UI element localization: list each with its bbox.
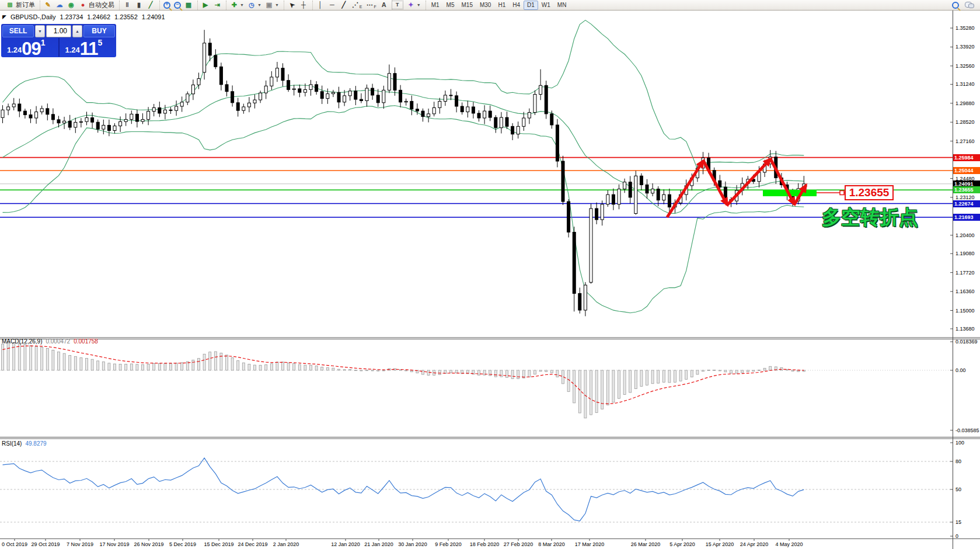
editor-icon-button[interactable]: ✎: [42, 1, 54, 9]
time-tick-label[interactable]: 26 Nov 2019: [134, 541, 163, 547]
time-tick-label[interactable]: 26 Mar 2020: [631, 541, 661, 547]
candle-body: [163, 110, 166, 113]
buy-button[interactable]: BUY: [83, 25, 115, 37]
tag-anchor-square[interactable]: [840, 191, 844, 195]
toolbar-group[interactable]: ▶⇥: [197, 1, 225, 10]
time-tick-label[interactable]: 2 Jan 2020: [273, 541, 299, 547]
macd-histogram-bar: [584, 370, 587, 418]
periods-button[interactable]: ◷▼: [246, 1, 263, 9]
time-tick-label[interactable]: 8 Mar 2020: [538, 541, 565, 547]
time-tick-label[interactable]: 29 Oct 2019: [31, 541, 60, 547]
time-tick-label[interactable]: 24 Apr 2020: [740, 541, 769, 547]
macd-histogram-bar: [662, 370, 665, 383]
time-tick-label[interactable]: 15 Dec 2019: [204, 541, 233, 547]
trend-arrow-segment[interactable]: [770, 159, 794, 204]
time-tick-label[interactable]: 17 Mar 2020: [575, 541, 605, 547]
time-tick-label[interactable]: 18 Feb 2020: [470, 541, 500, 547]
label-button[interactable]: T: [390, 1, 405, 9]
time-tick-label[interactable]: 0 Oct 2019: [2, 541, 27, 547]
toolbar-right[interactable]: [952, 2, 978, 9]
macd-histogram-bar: [242, 363, 245, 370]
timeframe-button-w1[interactable]: W1: [538, 1, 554, 10]
macd-signal-value: 0.001758: [74, 338, 98, 345]
time-tick-label[interactable]: 5 Dec 2019: [169, 541, 196, 547]
time-tick-label[interactable]: 21 Jan 2020: [364, 541, 393, 547]
chat-icon[interactable]: [965, 2, 974, 8]
timeframe-group[interactable]: M1M5M15M30H1H4D1W1MN: [426, 1, 572, 10]
crosshair-button[interactable]: ┼: [298, 1, 309, 9]
volume-increase-button[interactable]: ▲: [72, 25, 82, 37]
chevron-down-icon: ▼: [275, 3, 279, 7]
timeframe-button-h1[interactable]: H1: [494, 1, 509, 10]
candle-body: [657, 189, 660, 200]
time-tick-label[interactable]: 5 Apr 2020: [669, 541, 695, 547]
cursor-button[interactable]: ➤: [286, 1, 298, 9]
tile-windows-button[interactable]: ▦: [183, 1, 194, 9]
timeframe-button-m15[interactable]: M15: [458, 1, 476, 10]
trend-arrow-segment[interactable]: [667, 161, 703, 217]
trend-arrow-segment[interactable]: [727, 159, 770, 205]
toolbar-group[interactable]: │─╱⋰E⋯FAT✦▼: [312, 1, 424, 10]
candlestick-chart-button[interactable]: ▮: [133, 1, 145, 9]
autotrading-button[interactable]: ●自动交易: [77, 1, 116, 9]
volume-input[interactable]: 1.00: [46, 25, 71, 37]
time-tick-label[interactable]: 30 Jan 2020: [398, 541, 427, 547]
candle-body: [595, 209, 598, 220]
macd-tick-0.018369: 0.018369: [955, 339, 978, 345]
signal-icon-button[interactable]: ◉: [65, 1, 77, 9]
toolbar-group[interactable]: ⊞新订单: [2, 1, 39, 10]
toolbar-group[interactable]: ➤┼: [284, 1, 311, 10]
indicators-button[interactable]: ✚▼: [228, 1, 246, 9]
toolbar-group[interactable]: ✎☁◉●自动交易: [40, 1, 118, 10]
fibonacci-button[interactable]: ⋯F: [364, 1, 378, 9]
toolbar-group[interactable]: ‖▮╱: [119, 1, 158, 10]
toolbar-group[interactable]: +−▦: [159, 1, 196, 10]
toolbar-group[interactable]: ✚▼◷▼▣▼: [226, 1, 283, 10]
candle-body: [556, 125, 559, 161]
macd-histogram-bar: [763, 369, 766, 370]
timeframe-button-h4[interactable]: H4: [509, 1, 524, 10]
sell-button[interactable]: SELL: [2, 25, 34, 37]
trendline-button[interactable]: ╱: [338, 1, 350, 9]
candle-body: [489, 111, 491, 117]
timeframe-button-m5[interactable]: M5: [443, 1, 458, 10]
time-tick-label[interactable]: 24 Dec 2019: [238, 541, 267, 547]
timeframe-button-d1[interactable]: D1: [524, 1, 538, 10]
time-tick-label[interactable]: 12 Jan 2020: [331, 541, 360, 547]
line-chart-button[interactable]: ╱: [145, 1, 156, 9]
timeframe-button-m1[interactable]: M1: [428, 1, 443, 10]
timeframe-button-mn[interactable]: MN: [554, 1, 570, 10]
new-order-button[interactable]: ⊞新订单: [4, 1, 37, 9]
search-icon[interactable]: [952, 2, 959, 9]
timeframe-button-m30[interactable]: M30: [476, 1, 494, 10]
bar-chart-button[interactable]: ‖: [121, 1, 133, 9]
time-tick-label[interactable]: 7 Nov 2019: [67, 541, 93, 547]
zoom-out-button[interactable]: −: [172, 1, 183, 9]
price-annotation-box[interactable]: 1.23655: [845, 185, 894, 200]
community-icon-button[interactable]: ☁: [54, 1, 65, 9]
zoom-in-button[interactable]: +: [162, 1, 172, 9]
arrows-button[interactable]: ✦▼: [405, 1, 423, 9]
macd-pane[interactable]: [0, 343, 953, 418]
text-button[interactable]: A: [378, 1, 390, 9]
time-tick-label[interactable]: 4 May 2020: [775, 541, 803, 547]
time-tick-label[interactable]: 15 Apr 2020: [706, 541, 734, 547]
sell-price[interactable]: 1.24 09 1: [2, 38, 57, 57]
main-pane[interactable]: [0, 20, 953, 317]
trend-arrow-segment[interactable]: [703, 161, 727, 205]
time-tick-label[interactable]: 17 Nov 2019: [99, 541, 129, 547]
vertical-line-button[interactable]: │: [315, 1, 326, 9]
chart-canvas[interactable]: [0, 0, 980, 549]
time-tick-label[interactable]: 9 Feb 2020: [435, 541, 462, 547]
buy-price[interactable]: 1.24 11 5: [61, 38, 116, 57]
rsi-pane[interactable]: [0, 458, 953, 522]
chart-shift-button[interactable]: ⇥: [211, 1, 223, 9]
volume-decrease-button[interactable]: ▼: [35, 25, 45, 37]
auto-scroll-button[interactable]: ▶: [200, 1, 211, 9]
macd-histogram-bar: [248, 364, 250, 370]
horizontal-line-button[interactable]: ─: [326, 1, 338, 9]
channel-button[interactable]: ⋰E: [350, 1, 364, 9]
templates-button[interactable]: ▣▼: [263, 1, 281, 9]
time-tick-label[interactable]: 27 Feb 2020: [504, 541, 533, 547]
macd-histogram-bar: [203, 354, 205, 370]
